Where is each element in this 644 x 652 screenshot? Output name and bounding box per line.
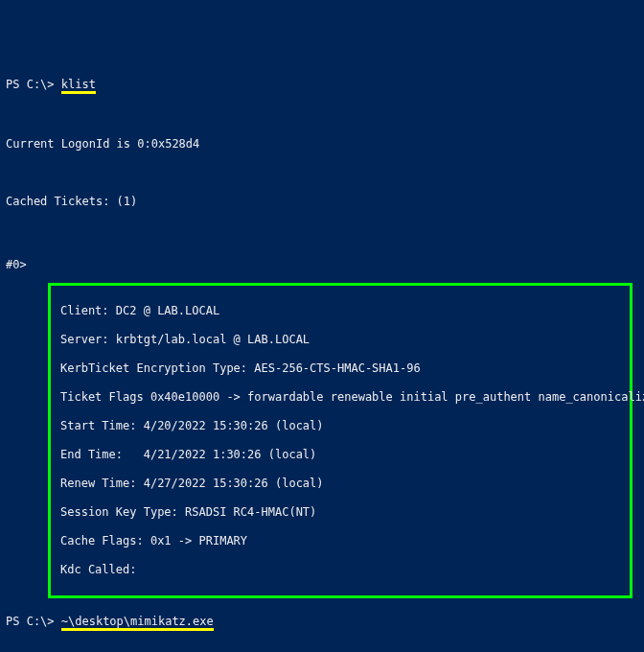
ticket-client: Client: DC2 @ LAB.LOCAL (60, 304, 620, 318)
ticket-index: #0> (6, 258, 27, 272)
ticket-block: #0> Client: DC2 @ LAB.LOCAL Server: krbt… (6, 252, 638, 600)
ticket-kerb-type: KerbTicket Encryption Type: AES-256-CTS-… (60, 361, 620, 376)
prompt-line-mimikatz[interactable]: PS C:\> ~\desktop\mimikatz.exe (6, 615, 638, 629)
ticket-kdc: Kdc Called: (60, 563, 620, 577)
ticket-start: Start Time: 4/20/2022 15:30:26 (local) (60, 419, 620, 433)
prompt-line-klist[interactable]: PS C:\> klist (6, 78, 638, 92)
klist-command: klist (61, 78, 96, 94)
ticket-renew: Renew Time: 4/27/2022 15:30:26 (local) (60, 477, 620, 491)
ps-prompt: PS C:\> (6, 78, 61, 91)
cached-tickets-line: Cached Tickets: (1) (6, 195, 638, 209)
ticket-highlight-box: Client: DC2 @ LAB.LOCAL Server: krbtgt/l… (48, 283, 632, 598)
ticket-end: End Time: 4/21/2022 1:30:26 (local) (60, 448, 620, 462)
ticket-session-key: Session Key Type: RSADSI RC4-HMAC(NT) (60, 505, 620, 520)
logon-id-line: Current LogonId is 0:0x528d4 (6, 137, 638, 151)
mimikatz-command: ~\desktop\mimikatz.exe (61, 615, 214, 631)
ticket-server: Server: krbtgt/lab.local @ LAB.LOCAL (60, 333, 620, 347)
ps-prompt: PS C:\> (6, 615, 61, 628)
ticket-cache-flags: Cache Flags: 0x1 -> PRIMARY (60, 534, 620, 548)
terminal-output: PS C:\> klist Current LogonId is 0:0x528… (6, 63, 638, 652)
ticket-flags: Ticket Flags 0x40e10000 -> forwardable r… (60, 390, 620, 405)
